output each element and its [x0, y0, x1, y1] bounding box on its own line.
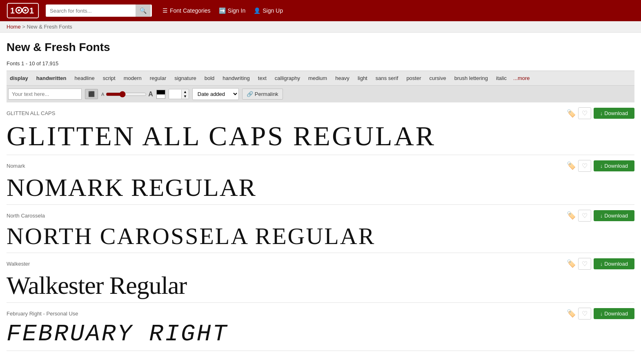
font-size-input[interactable]: 10 [169, 89, 181, 99]
font-entry-february: February Right - Personal Use 🏷️ ♡ ↓ Dow… [7, 303, 634, 351]
page-title: New & Fresh Fonts [7, 41, 634, 54]
svg-text:1: 1 [10, 6, 15, 15]
download-button-glitter[interactable]: ↓ Download [594, 108, 634, 119]
controls-bar: ⬛ A A 10 ▲ ▼ Date addedAlphabeticalMost … [7, 86, 634, 102]
font-preview-north[interactable]: NORTH CAROSSELA REGULAR [7, 223, 634, 249]
filter-tag-medium[interactable]: medium [307, 74, 329, 82]
font-actions-february: 🏷️ ♡ ↓ Download [567, 308, 634, 320]
slider-small-label: A [101, 92, 104, 97]
copy-icon: ⬛ [88, 91, 95, 97]
font-entry-header-walkester: Walkester 🏷️ ♡ ↓ Download [7, 258, 634, 270]
slider-large-label: A [148, 91, 153, 98]
font-preview-february[interactable]: FEBRUARY RIGHT [7, 321, 634, 347]
tag-icon-north[interactable]: 🏷️ [567, 211, 576, 220]
logo[interactable]: 1 1 [7, 2, 39, 19]
font-actions-walkester: 🏷️ ♡ ↓ Download [567, 258, 634, 270]
font-actions-nomark: 🏷️ ♡ ↓ Download [567, 160, 634, 172]
favorite-button-north[interactable]: ♡ [578, 210, 591, 222]
user-icon: 👤 [254, 7, 260, 14]
header: 1 1 🔍 ☰ Font Categories ➡️ Sign In 👤 Sig… [0, 0, 641, 21]
breadcrumb: Home > New & Fresh Fonts [0, 21, 641, 33]
font-name-february: February Right - Personal Use [7, 311, 78, 317]
tag-icon-walkester[interactable]: 🏷️ [567, 259, 576, 268]
filter-tag-cursive[interactable]: cursive [428, 74, 448, 82]
download-icon-north: ↓ [600, 213, 603, 219]
size-down-button[interactable]: ▼ [182, 94, 189, 99]
font-size-slider[interactable] [106, 91, 147, 98]
main-nav: ☰ Font Categories ➡️ Sign In 👤 Sign Up [162, 7, 283, 14]
permalink-button[interactable]: 🔗 Permalink [242, 89, 283, 100]
sign-in-link[interactable]: ➡️ Sign In [219, 7, 246, 14]
sign-up-link[interactable]: 👤 Sign Up [254, 7, 283, 14]
color-swatch[interactable] [156, 90, 165, 99]
font-entry-header-february: February Right - Personal Use 🏷️ ♡ ↓ Dow… [7, 308, 634, 320]
font-entry-walkester: Walkester 🏷️ ♡ ↓ Download Walkester Regu… [7, 253, 634, 303]
font-actions-glitter: 🏷️ ♡ ↓ Download [567, 107, 634, 119]
favorite-button-nomark[interactable]: ♡ [578, 160, 591, 172]
filter-tag-sans-serif[interactable]: sans serif [374, 74, 400, 82]
breadcrumb-home[interactable]: Home [7, 24, 21, 30]
download-button-walkester[interactable]: ↓ Download [594, 258, 634, 269]
font-list: GLITTEN ALL CAPS 🏷️ ♡ ↓ Download GLITTEN… [7, 102, 634, 351]
svg-point-5 [24, 9, 27, 11]
font-entry-header-glitter: GLITTEN ALL CAPS 🏷️ ♡ ↓ Download [7, 107, 634, 119]
filter-tag-handwriting[interactable]: handwriting [221, 74, 252, 82]
swatch-dark [157, 90, 165, 94]
size-up-button[interactable]: ▲ [182, 90, 189, 94]
copy-icon-button[interactable]: ⬛ [85, 89, 98, 99]
font-preview-glitter[interactable]: GLITTEN ALL CAPS REGULAR [7, 121, 634, 151]
filter-tag-script[interactable]: script [101, 74, 117, 82]
size-arrows: ▲ ▼ [181, 90, 189, 99]
font-entry-nomark: Nomark 🏷️ ♡ ↓ Download NOMARK REGULAR [7, 155, 634, 205]
font-size-control: 10 ▲ ▼ [169, 89, 189, 99]
breadcrumb-separator: > [22, 24, 27, 30]
filter-tag-brush-lettering[interactable]: brush lettering [453, 74, 490, 82]
filter-tag-text[interactable]: text [256, 74, 268, 82]
filter-tag-headline[interactable]: headline [73, 74, 96, 82]
download-icon-nomark: ↓ [600, 163, 603, 169]
tag-icon-nomark[interactable]: 🏷️ [567, 161, 576, 170]
font-entry-header-north: North Carossela 🏷️ ♡ ↓ Download [7, 210, 634, 222]
tag-icon-glitter[interactable]: 🏷️ [567, 109, 576, 118]
filter-more-link[interactable]: ...more [513, 75, 530, 81]
font-entry-north: North Carossela 🏷️ ♡ ↓ Download NORTH CA… [7, 205, 634, 253]
favorite-button-walkester[interactable]: ♡ [578, 258, 591, 270]
swatch-light [157, 94, 165, 98]
download-button-north[interactable]: ↓ Download [594, 210, 634, 221]
filter-tag-regular[interactable]: regular [148, 74, 168, 82]
download-button-nomark[interactable]: ↓ Download [594, 160, 634, 171]
search-button[interactable]: 🔍 [136, 4, 151, 17]
font-preview-walkester[interactable]: Walkester Regular [7, 271, 634, 299]
font-name-glitter: GLITTEN ALL CAPS [7, 110, 55, 116]
sort-select[interactable]: Date addedAlphabeticalMost popular [192, 88, 239, 100]
download-icon-glitter: ↓ [600, 110, 603, 116]
svg-text:1: 1 [29, 6, 34, 15]
download-button-february[interactable]: ↓ Download [594, 308, 634, 319]
size-slider-container: A A [101, 91, 153, 98]
font-preview-nomark[interactable]: NOMARK REGULAR [7, 173, 634, 201]
filter-tag-modern[interactable]: modern [122, 74, 143, 82]
filter-tag-display[interactable]: display [8, 74, 30, 82]
filter-tag-bold[interactable]: bold [203, 74, 216, 82]
filter-tag-calligraphy[interactable]: calligraphy [273, 74, 302, 82]
filter-tag-light[interactable]: light [356, 74, 369, 82]
filter-tag-signature[interactable]: signature [173, 74, 198, 82]
menu-icon: ☰ [162, 7, 168, 14]
favorite-button-february[interactable]: ♡ [578, 308, 591, 320]
preview-text-input[interactable] [8, 89, 82, 100]
download-icon-february: ↓ [600, 311, 603, 317]
logo-image: 1 1 [7, 2, 39, 19]
favorite-button-glitter[interactable]: ♡ [578, 107, 591, 119]
link-icon: 🔗 [247, 91, 253, 97]
font-categories-link[interactable]: ☰ Font Categories [162, 7, 211, 14]
search-input[interactable] [46, 5, 136, 17]
filter-tag-handwritten[interactable]: handwritten [35, 74, 68, 82]
font-name-nomark: Nomark [7, 163, 25, 169]
filter-tag-italic[interactable]: italic [494, 74, 508, 82]
filter-tag-poster[interactable]: poster [405, 74, 423, 82]
tag-icon-february[interactable]: 🏷️ [567, 309, 576, 318]
filter-tag-heavy[interactable]: heavy [334, 74, 351, 82]
font-entry-glitter: GLITTEN ALL CAPS 🏷️ ♡ ↓ Download GLITTEN… [7, 102, 634, 155]
signin-icon: ➡️ [219, 7, 226, 14]
font-entry-header-nomark: Nomark 🏷️ ♡ ↓ Download [7, 160, 634, 172]
